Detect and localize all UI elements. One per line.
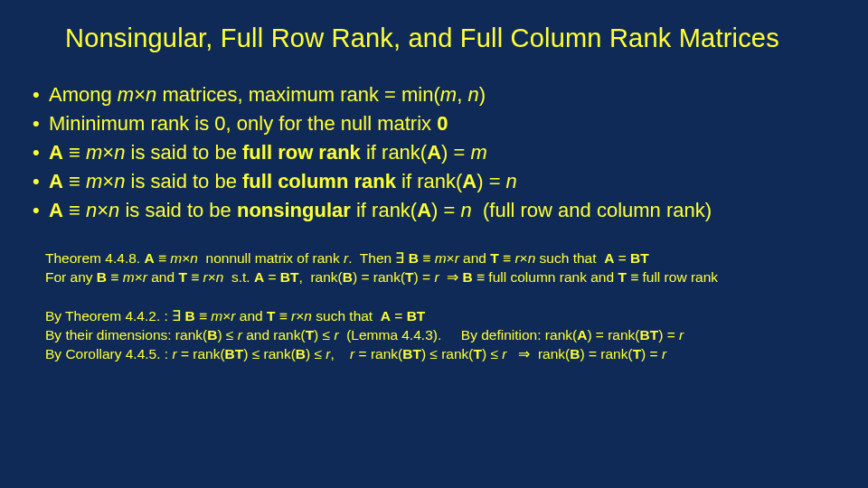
list-item: A ≡ m×n is said to be full row rank if r… xyxy=(33,138,835,167)
theorem-block: Theorem 4.4.8. A ≡ m×n nonnull matrix of… xyxy=(45,249,835,287)
list-item: Among m×n matrices, maximum rank = min(m… xyxy=(33,80,835,109)
bullet-list: Among m×n matrices, maximum rank = min(m… xyxy=(33,80,835,224)
list-item: A ≡ m×n is said to be full column rank i… xyxy=(33,167,835,196)
list-item: A ≡ n×n is said to be nonsingular if ran… xyxy=(33,196,835,225)
list-item: Mininimum rank is 0, only for the null m… xyxy=(33,109,835,138)
slide: Nonsingular, Full Row Rank, and Full Col… xyxy=(0,0,868,488)
proof-block: By Theorem 4.4.2. : ∃ B ≡ m×r and T ≡ r×… xyxy=(45,307,835,364)
slide-title: Nonsingular, Full Row Rank, and Full Col… xyxy=(65,23,835,53)
